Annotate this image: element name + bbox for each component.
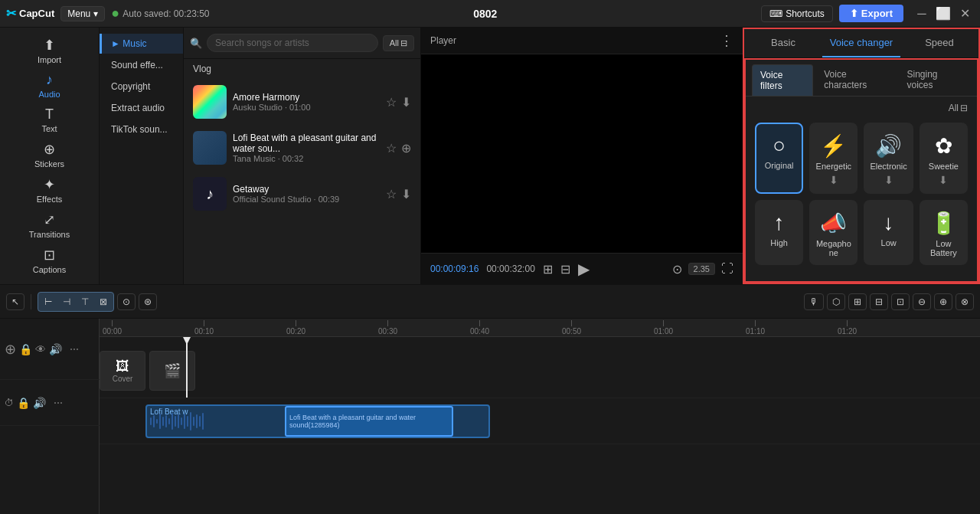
menu-button[interactable]: Menu ▾ bbox=[60, 6, 105, 21]
time-total: 00:00:32:00 bbox=[486, 264, 534, 274]
sidebar-item-effects[interactable]: ✦ Effects bbox=[31, 173, 68, 207]
sidebar-item-filters[interactable]: ⬡ Filters bbox=[31, 279, 68, 284]
svg-rect-37 bbox=[202, 413, 204, 430]
timeline-body: ⊕ 🔒 👁 🔊 ⋯ ⏱ 🔒 🔊 ⋯ 00:00 bbox=[0, 319, 980, 514]
favorite-button-getaway[interactable]: ☆ bbox=[386, 187, 397, 201]
captions-icon: ⊡ bbox=[44, 247, 55, 264]
download-icon-sweetie: ⬇ bbox=[939, 174, 948, 186]
tab-voice-changer[interactable]: Voice changer bbox=[822, 29, 900, 57]
voice-cell-sweetie[interactable]: ✿ Sweetie ⬇ bbox=[920, 123, 968, 194]
voice-cell-high[interactable]: ↑ High bbox=[755, 200, 803, 265]
film-icon: 🎬 bbox=[164, 362, 181, 379]
playhead[interactable] bbox=[186, 337, 188, 398]
stickers-icon: ⊕ bbox=[44, 141, 55, 158]
sidebar-item-import[interactable]: ⬆ Import bbox=[31, 34, 68, 67]
favorite-button-amore[interactable]: ☆ bbox=[386, 95, 397, 110]
audio-cat-extract[interactable]: Extract audio bbox=[100, 98, 183, 118]
waveform-container bbox=[449, 408, 452, 435]
microphone-button[interactable]: 🎙 bbox=[804, 293, 824, 310]
tab-basic[interactable]: Basic bbox=[744, 29, 822, 57]
chain-button[interactable]: ⊟ bbox=[870, 293, 888, 310]
player-canvas bbox=[421, 54, 743, 253]
sidebar-item-audio[interactable]: ♪ Audio bbox=[31, 69, 68, 102]
minimize-button[interactable]: ─ bbox=[913, 5, 931, 23]
protect-button[interactable]: ⊛ bbox=[139, 293, 157, 310]
grid-button[interactable]: ⊞ bbox=[848, 293, 867, 310]
song-list: Amore Harmony Ausku Studio · 01:00 ☆ ⬇ bbox=[184, 79, 420, 284]
sidebar-item-stickers[interactable]: ⊕ Stickers bbox=[28, 138, 70, 172]
audio-clip-selected-label: Lofi Beat with a pleasant guitar and wat… bbox=[286, 412, 449, 431]
top-bar: ✂ CapCut Menu ▾ ● Auto saved: 00:23:50 0… bbox=[0, 0, 980, 28]
voice-cell-original[interactable]: ○ Original bbox=[755, 123, 803, 194]
zoom-indicator: 2.35 bbox=[688, 263, 715, 275]
audio-clip-selected[interactable]: Lofi Beat with a pleasant guitar and wat… bbox=[285, 406, 453, 437]
split-screen-button[interactable]: ⊟ bbox=[560, 262, 570, 277]
tab-speed[interactable]: Speed bbox=[900, 29, 978, 57]
shortcuts-button[interactable]: ⌨ Shortcuts bbox=[761, 5, 833, 22]
voice-cell-electronic[interactable]: 🔊 Electronic ⬇ bbox=[864, 123, 913, 194]
track-more-button[interactable]: ⋯ bbox=[65, 342, 83, 357]
song-item-lofi[interactable]: Lofi Beat with a pleasant guitar and wat… bbox=[184, 125, 420, 171]
voice-subtab-singing[interactable]: Singing voices bbox=[900, 64, 971, 96]
ruler-mark-0: 00:00 bbox=[103, 320, 122, 336]
fit-button[interactable]: ⊗ bbox=[956, 293, 974, 310]
fullscreen-button[interactable]: ⛶ bbox=[721, 262, 733, 276]
voice-all-filter-button[interactable]: All ⊟ bbox=[949, 103, 968, 113]
zoom-in-button[interactable]: ⊕ bbox=[934, 293, 952, 310]
screenshot-button[interactable]: ⊙ bbox=[672, 262, 682, 277]
delete-clip-button[interactable]: ⊠ bbox=[95, 294, 112, 309]
svg-rect-33 bbox=[190, 412, 191, 431]
split-right-button[interactable]: ⊣ bbox=[58, 294, 75, 309]
export-button[interactable]: ⬆ Export bbox=[839, 5, 903, 22]
download-button-amore[interactable]: ⬇ bbox=[401, 95, 411, 110]
voice-cell-energetic[interactable]: ⚡ Energetic ⬇ bbox=[809, 123, 858, 194]
add-button-lofi[interactable]: ⊕ bbox=[401, 141, 411, 156]
audio-clip[interactable]: Lofi Beat w Lofi Beat with a pleasant gu… bbox=[145, 404, 490, 438]
sidebar-item-text[interactable]: T Text bbox=[31, 103, 68, 136]
song-sub-getaway: Official Sound Studio · 00:39 bbox=[233, 195, 380, 204]
song-item-amore[interactable]: Amore Harmony Ausku Studio · 01:00 ☆ ⬇ bbox=[184, 79, 420, 125]
search-input[interactable] bbox=[207, 34, 378, 52]
download-button-getaway[interactable]: ⬇ bbox=[401, 187, 411, 201]
voice-cell-megaphone[interactable]: 📣 Megaphone bbox=[809, 200, 858, 265]
all-filter-button[interactable]: All ⊟ bbox=[383, 35, 414, 51]
link-button[interactable]: ⬡ bbox=[827, 293, 845, 310]
voice-cell-low[interactable]: ↓ Low bbox=[864, 200, 913, 265]
audio-lock-icon: 🔒 bbox=[17, 397, 30, 409]
audio-track-more-button[interactable]: ⋯ bbox=[49, 395, 67, 411]
layout-toggle-button[interactable]: ⊞ bbox=[543, 262, 553, 277]
favorite-button-lofi[interactable]: ☆ bbox=[386, 141, 397, 156]
song-item-getaway[interactable]: ♪ Getaway Official Sound Studio · 00:39 … bbox=[184, 171, 420, 217]
project-id: 0802 bbox=[216, 8, 756, 20]
sidebar-item-captions[interactable]: ⊡ Captions bbox=[27, 244, 72, 277]
audio-cat-copyright[interactable]: Copyright bbox=[100, 77, 183, 97]
audio-cat-tiktok[interactable]: TikTok soun... bbox=[100, 119, 183, 139]
audio-cat-sound-effects[interactable]: Sound effe... bbox=[100, 55, 183, 75]
voice-cell-low-battery[interactable]: 🔋 Low Battery bbox=[920, 200, 968, 265]
cursor-tool-button[interactable]: ↖ bbox=[6, 293, 24, 310]
maximize-button[interactable]: ⬜ bbox=[934, 5, 952, 23]
video-clip-thumb[interactable]: 🎬 bbox=[149, 351, 195, 391]
split-mid-button[interactable]: ⊤ bbox=[77, 294, 93, 309]
top-right-controls: ⌨ Shortcuts ⬆ Export ─ ⬜ ✕ bbox=[761, 5, 974, 23]
audio-panel: ► Music Sound effe... Copyright Extract … bbox=[100, 28, 421, 284]
low-battery-icon: 🔋 bbox=[930, 211, 957, 236]
voice-subtab-filters[interactable]: Voice filters bbox=[752, 64, 813, 96]
ruler-mark-7: 01:10 bbox=[746, 320, 765, 336]
energetic-icon: ⚡ bbox=[820, 133, 847, 159]
cover-clip[interactable]: 🖼 Cover bbox=[100, 351, 145, 391]
play-button[interactable]: ▶ bbox=[578, 260, 590, 278]
sidebar-item-transitions[interactable]: ⤢ Transitions bbox=[23, 208, 76, 242]
voice-subtab-characters[interactable]: Voice characters bbox=[816, 64, 896, 96]
video-track-lane: 🖼 Cover 🎬 bbox=[100, 337, 980, 398]
split-left-button[interactable]: ⊢ bbox=[40, 294, 57, 309]
song-actions-lofi: ☆ ⊕ bbox=[386, 141, 411, 156]
close-button[interactable]: ✕ bbox=[956, 5, 974, 23]
captions-tl-button[interactable]: ⊡ bbox=[891, 293, 910, 310]
keyframe-button[interactable]: ⊙ bbox=[117, 293, 136, 310]
audio-cat-music[interactable]: ► Music bbox=[100, 34, 183, 54]
audio-category-list: ► Music Sound effe... Copyright Extract … bbox=[100, 28, 184, 284]
player-menu-button[interactable]: ⋮ bbox=[720, 32, 733, 49]
song-thumb-amore bbox=[193, 85, 227, 119]
zoom-out-button[interactable]: ⊖ bbox=[913, 293, 931, 310]
